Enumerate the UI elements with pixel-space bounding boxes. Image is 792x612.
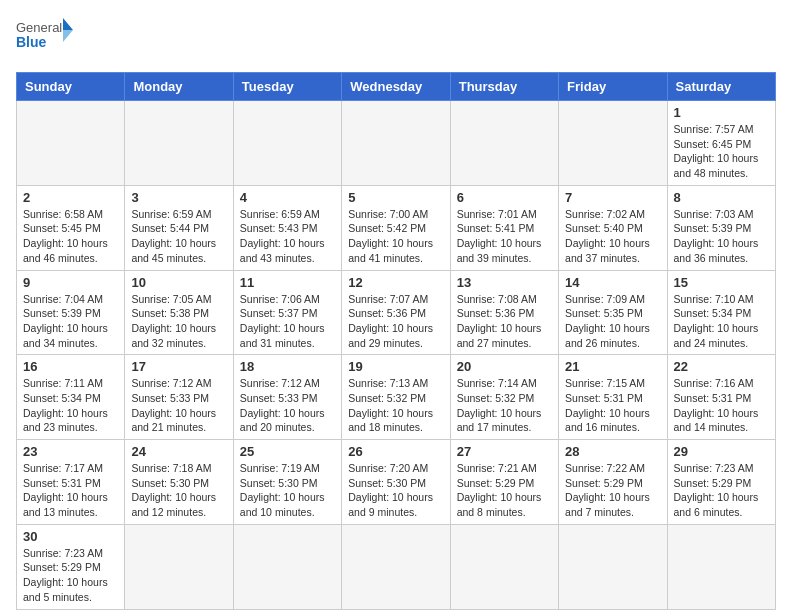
day-number: 27 bbox=[457, 444, 552, 459]
day-info: Sunrise: 7:12 AM Sunset: 5:33 PM Dayligh… bbox=[240, 376, 335, 435]
day-number: 18 bbox=[240, 359, 335, 374]
calendar-day-cell: 5Sunrise: 7:00 AM Sunset: 5:42 PM Daylig… bbox=[342, 185, 450, 270]
calendar-day-cell: 15Sunrise: 7:10 AM Sunset: 5:34 PM Dayli… bbox=[667, 270, 775, 355]
calendar-day-cell: 12Sunrise: 7:07 AM Sunset: 5:36 PM Dayli… bbox=[342, 270, 450, 355]
calendar-day-cell: 20Sunrise: 7:14 AM Sunset: 5:32 PM Dayli… bbox=[450, 355, 558, 440]
calendar-header-friday: Friday bbox=[559, 73, 667, 101]
day-number: 11 bbox=[240, 275, 335, 290]
calendar-day-cell: 29Sunrise: 7:23 AM Sunset: 5:29 PM Dayli… bbox=[667, 440, 775, 525]
calendar-day-cell: 4Sunrise: 6:59 AM Sunset: 5:43 PM Daylig… bbox=[233, 185, 341, 270]
calendar-day-cell: 9Sunrise: 7:04 AM Sunset: 5:39 PM Daylig… bbox=[17, 270, 125, 355]
day-info: Sunrise: 7:21 AM Sunset: 5:29 PM Dayligh… bbox=[457, 461, 552, 520]
calendar-header-wednesday: Wednesday bbox=[342, 73, 450, 101]
day-info: Sunrise: 7:14 AM Sunset: 5:32 PM Dayligh… bbox=[457, 376, 552, 435]
day-number: 23 bbox=[23, 444, 118, 459]
day-number: 28 bbox=[565, 444, 660, 459]
day-number: 6 bbox=[457, 190, 552, 205]
day-info: Sunrise: 7:12 AM Sunset: 5:33 PM Dayligh… bbox=[131, 376, 226, 435]
day-number: 9 bbox=[23, 275, 118, 290]
calendar-header-row: SundayMondayTuesdayWednesdayThursdayFrid… bbox=[17, 73, 776, 101]
calendar-week-row: 1Sunrise: 7:57 AM Sunset: 6:45 PM Daylig… bbox=[17, 101, 776, 186]
day-number: 19 bbox=[348, 359, 443, 374]
calendar-day-cell: 1Sunrise: 7:57 AM Sunset: 6:45 PM Daylig… bbox=[667, 101, 775, 186]
calendar-day-cell: 30Sunrise: 7:23 AM Sunset: 5:29 PM Dayli… bbox=[17, 524, 125, 609]
calendar-day-cell: 26Sunrise: 7:20 AM Sunset: 5:30 PM Dayli… bbox=[342, 440, 450, 525]
calendar-day-cell: 25Sunrise: 7:19 AM Sunset: 5:30 PM Dayli… bbox=[233, 440, 341, 525]
calendar-day-cell: 7Sunrise: 7:02 AM Sunset: 5:40 PM Daylig… bbox=[559, 185, 667, 270]
calendar-day-cell: 8Sunrise: 7:03 AM Sunset: 5:39 PM Daylig… bbox=[667, 185, 775, 270]
calendar-day-cell bbox=[342, 101, 450, 186]
calendar-header-monday: Monday bbox=[125, 73, 233, 101]
calendar-day-cell: 27Sunrise: 7:21 AM Sunset: 5:29 PM Dayli… bbox=[450, 440, 558, 525]
day-info: Sunrise: 7:18 AM Sunset: 5:30 PM Dayligh… bbox=[131, 461, 226, 520]
calendar-week-row: 30Sunrise: 7:23 AM Sunset: 5:29 PM Dayli… bbox=[17, 524, 776, 609]
day-number: 16 bbox=[23, 359, 118, 374]
calendar-day-cell: 11Sunrise: 7:06 AM Sunset: 5:37 PM Dayli… bbox=[233, 270, 341, 355]
day-info: Sunrise: 7:22 AM Sunset: 5:29 PM Dayligh… bbox=[565, 461, 660, 520]
calendar-week-row: 2Sunrise: 6:58 AM Sunset: 5:45 PM Daylig… bbox=[17, 185, 776, 270]
calendar-day-cell bbox=[125, 101, 233, 186]
calendar-day-cell: 21Sunrise: 7:15 AM Sunset: 5:31 PM Dayli… bbox=[559, 355, 667, 440]
day-info: Sunrise: 7:06 AM Sunset: 5:37 PM Dayligh… bbox=[240, 292, 335, 351]
day-number: 1 bbox=[674, 105, 769, 120]
calendar-day-cell bbox=[450, 101, 558, 186]
day-number: 29 bbox=[674, 444, 769, 459]
day-number: 26 bbox=[348, 444, 443, 459]
day-info: Sunrise: 7:01 AM Sunset: 5:41 PM Dayligh… bbox=[457, 207, 552, 266]
calendar-day-cell: 14Sunrise: 7:09 AM Sunset: 5:35 PM Dayli… bbox=[559, 270, 667, 355]
calendar-day-cell: 2Sunrise: 6:58 AM Sunset: 5:45 PM Daylig… bbox=[17, 185, 125, 270]
calendar-day-cell bbox=[559, 524, 667, 609]
calendar-day-cell: 16Sunrise: 7:11 AM Sunset: 5:34 PM Dayli… bbox=[17, 355, 125, 440]
day-number: 5 bbox=[348, 190, 443, 205]
day-info: Sunrise: 6:58 AM Sunset: 5:45 PM Dayligh… bbox=[23, 207, 118, 266]
day-info: Sunrise: 7:02 AM Sunset: 5:40 PM Dayligh… bbox=[565, 207, 660, 266]
calendar-day-cell: 6Sunrise: 7:01 AM Sunset: 5:41 PM Daylig… bbox=[450, 185, 558, 270]
calendar-day-cell: 17Sunrise: 7:12 AM Sunset: 5:33 PM Dayli… bbox=[125, 355, 233, 440]
day-number: 12 bbox=[348, 275, 443, 290]
day-number: 13 bbox=[457, 275, 552, 290]
calendar-week-row: 16Sunrise: 7:11 AM Sunset: 5:34 PM Dayli… bbox=[17, 355, 776, 440]
calendar-day-cell bbox=[667, 524, 775, 609]
calendar-day-cell bbox=[17, 101, 125, 186]
day-number: 4 bbox=[240, 190, 335, 205]
day-info: Sunrise: 7:20 AM Sunset: 5:30 PM Dayligh… bbox=[348, 461, 443, 520]
day-info: Sunrise: 7:23 AM Sunset: 5:29 PM Dayligh… bbox=[23, 546, 118, 605]
day-number: 15 bbox=[674, 275, 769, 290]
svg-marker-3 bbox=[63, 30, 73, 42]
day-info: Sunrise: 7:08 AM Sunset: 5:36 PM Dayligh… bbox=[457, 292, 552, 351]
day-info: Sunrise: 7:15 AM Sunset: 5:31 PM Dayligh… bbox=[565, 376, 660, 435]
calendar-day-cell: 23Sunrise: 7:17 AM Sunset: 5:31 PM Dayli… bbox=[17, 440, 125, 525]
day-info: Sunrise: 7:00 AM Sunset: 5:42 PM Dayligh… bbox=[348, 207, 443, 266]
calendar-day-cell: 22Sunrise: 7:16 AM Sunset: 5:31 PM Dayli… bbox=[667, 355, 775, 440]
day-number: 21 bbox=[565, 359, 660, 374]
day-number: 24 bbox=[131, 444, 226, 459]
day-number: 8 bbox=[674, 190, 769, 205]
day-number: 14 bbox=[565, 275, 660, 290]
calendar-day-cell: 24Sunrise: 7:18 AM Sunset: 5:30 PM Dayli… bbox=[125, 440, 233, 525]
calendar-day-cell: 28Sunrise: 7:22 AM Sunset: 5:29 PM Dayli… bbox=[559, 440, 667, 525]
day-info: Sunrise: 7:11 AM Sunset: 5:34 PM Dayligh… bbox=[23, 376, 118, 435]
day-number: 7 bbox=[565, 190, 660, 205]
svg-text:Blue: Blue bbox=[16, 34, 47, 50]
day-info: Sunrise: 7:03 AM Sunset: 5:39 PM Dayligh… bbox=[674, 207, 769, 266]
calendar-day-cell bbox=[559, 101, 667, 186]
day-number: 17 bbox=[131, 359, 226, 374]
day-number: 3 bbox=[131, 190, 226, 205]
svg-marker-2 bbox=[63, 18, 73, 30]
calendar-day-cell: 13Sunrise: 7:08 AM Sunset: 5:36 PM Dayli… bbox=[450, 270, 558, 355]
day-info: Sunrise: 7:16 AM Sunset: 5:31 PM Dayligh… bbox=[674, 376, 769, 435]
day-info: Sunrise: 7:04 AM Sunset: 5:39 PM Dayligh… bbox=[23, 292, 118, 351]
calendar-day-cell bbox=[233, 101, 341, 186]
calendar-header-sunday: Sunday bbox=[17, 73, 125, 101]
calendar-day-cell: 18Sunrise: 7:12 AM Sunset: 5:33 PM Dayli… bbox=[233, 355, 341, 440]
day-number: 10 bbox=[131, 275, 226, 290]
calendar-day-cell bbox=[450, 524, 558, 609]
calendar-header-thursday: Thursday bbox=[450, 73, 558, 101]
day-info: Sunrise: 6:59 AM Sunset: 5:44 PM Dayligh… bbox=[131, 207, 226, 266]
day-number: 2 bbox=[23, 190, 118, 205]
day-number: 25 bbox=[240, 444, 335, 459]
logo: General Blue bbox=[16, 16, 76, 60]
day-info: Sunrise: 7:19 AM Sunset: 5:30 PM Dayligh… bbox=[240, 461, 335, 520]
day-info: Sunrise: 7:09 AM Sunset: 5:35 PM Dayligh… bbox=[565, 292, 660, 351]
logo-svg: General Blue bbox=[16, 16, 76, 60]
